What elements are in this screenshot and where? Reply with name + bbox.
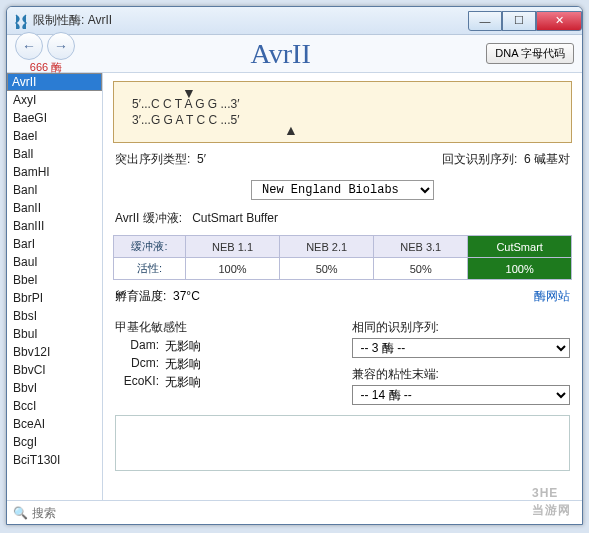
methylation-panel: 甲基化敏感性 Dam:无影响 Dcm:无影响 EcoKI:无影响 (115, 319, 334, 405)
list-item[interactable]: BceAI (7, 415, 102, 433)
same-site-label: 相同的识别序列: (352, 319, 571, 336)
table-header-activity: 活性: (114, 258, 186, 280)
close-button[interactable]: ✕ (536, 11, 582, 31)
main-content: ▼ 5′...C C T A G G ...3′ 3′...G G A T C … (103, 73, 582, 500)
recognition-sequence-box: ▼ 5′...C C T A G G ...3′ 3′...G G A T C … (113, 81, 572, 143)
app-icon (13, 13, 29, 29)
list-item[interactable]: BbvCI (7, 361, 102, 379)
list-item[interactable]: BbuI (7, 325, 102, 343)
list-item[interactable]: BaeI (7, 127, 102, 145)
overhang-type: 突出序列类型: 5′ (115, 151, 206, 168)
list-item[interactable]: BarI (7, 235, 102, 253)
search-icon: 🔍 (13, 506, 28, 520)
list-item[interactable]: AvrII (7, 73, 102, 91)
sidebar: AvrIIAxyIBaeGIBaeIBalIBamHIBanIBanIIBanI… (7, 73, 103, 500)
forward-button[interactable]: → (47, 32, 75, 60)
list-item[interactable]: BbeI (7, 271, 102, 289)
list-item[interactable]: BalI (7, 145, 102, 163)
app-window: 限制性酶: AvrII — ☐ ✕ ← → 666 酶 AvrII DNA 字母… (6, 6, 583, 525)
enzyme-website-link[interactable]: 酶网站 (534, 288, 570, 305)
list-item[interactable]: BaeGI (7, 109, 102, 127)
search-input[interactable] (32, 506, 576, 520)
cut-marker-top-icon: ▼ (182, 84, 196, 103)
list-item[interactable]: BcgI (7, 433, 102, 451)
buffer-activity-table: 缓冲液: NEB 1.1 NEB 2.1 NEB 3.1 CutSmart 活性… (113, 235, 572, 280)
list-item[interactable]: AxyI (7, 91, 102, 109)
window-controls: — ☐ ✕ (468, 11, 582, 31)
list-item[interactable]: BauI (7, 253, 102, 271)
dna-code-button[interactable]: DNA 字母代码 (486, 43, 574, 64)
list-item[interactable]: BciT130I (7, 451, 102, 469)
page-title: AvrII (81, 38, 480, 70)
buffer-line: AvrII 缓冲液: CutSmart Buffer (115, 210, 570, 227)
compat-ends-label: 兼容的粘性末端: (352, 366, 571, 383)
minimize-button[interactable]: — (468, 11, 502, 31)
titlebar: 限制性酶: AvrII — ☐ ✕ (7, 7, 582, 35)
list-item[interactable]: BanI (7, 181, 102, 199)
list-item[interactable]: BbvI (7, 379, 102, 397)
enzyme-list[interactable]: AvrIIAxyIBaeGIBaeIBalIBamHIBanIBanIIBanI… (7, 73, 102, 500)
table-header-buffer: 缓冲液: (114, 236, 186, 258)
palindrome-info: 回文识别序列: 6 碱基对 (442, 151, 570, 168)
supplier-row: New England Biolabs (113, 180, 572, 200)
list-item[interactable]: BccI (7, 397, 102, 415)
toolbar: ← → 666 酶 AvrII DNA 字母代码 (7, 35, 582, 73)
notes-box (115, 415, 570, 471)
same-site-select[interactable]: -- 3 酶 -- (352, 338, 571, 358)
list-item[interactable]: Bbv12I (7, 343, 102, 361)
supplier-select[interactable]: New England Biolabs (251, 180, 434, 200)
list-item[interactable]: BanIII (7, 217, 102, 235)
window-title: 限制性酶: AvrII (33, 12, 112, 29)
sequence-line-2: 3′...G G A T C C ...5′ (132, 112, 553, 128)
list-item[interactable]: BanII (7, 199, 102, 217)
maximize-button[interactable]: ☐ (502, 11, 536, 31)
back-button[interactable]: ← (15, 32, 43, 60)
compat-ends-select[interactable]: -- 14 酶 -- (352, 385, 571, 405)
list-item[interactable]: BbrPI (7, 289, 102, 307)
list-item[interactable]: BbsI (7, 307, 102, 325)
search-bar: 🔍 (7, 500, 582, 524)
list-item[interactable]: BamHI (7, 163, 102, 181)
incubation-temp: 孵育温度: 37°C (115, 288, 200, 305)
cut-marker-bottom-icon: ▲ (284, 121, 298, 140)
